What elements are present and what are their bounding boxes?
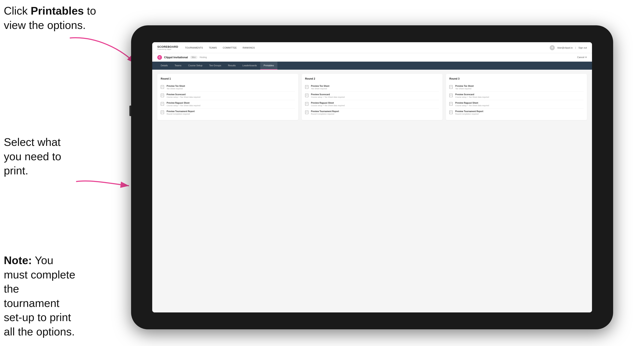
tee-sheet-icon (161, 85, 165, 90)
tab-teams[interactable]: Teams (171, 62, 185, 70)
arrow-middle-icon (70, 169, 135, 196)
svg-rect-6 (161, 94, 164, 97)
round-2-tournament-report-text: Preview Tournament Report Round Completi… (311, 110, 339, 115)
round2-tournament-report-icon (305, 110, 309, 115)
brand: SCOREBOARD Powered by clippd (157, 45, 178, 50)
round3-tee-sheet-icon (449, 85, 454, 90)
round-3-raguzzi-text: Preview Raguzzi Sheet Course setup + Tee… (455, 102, 489, 107)
round-3-tee-sheet-text: Preview Tee Sheet Tee Sheet required (455, 85, 474, 90)
round-3-scorecard[interactable]: Preview Scorecard Course setup + Tee She… (449, 92, 584, 100)
round-2-title: Round 2 (305, 77, 439, 80)
svg-rect-30 (305, 111, 308, 114)
tab-bar: Details Teams Course Setup Tee Groups Re… (152, 62, 592, 70)
tablet-device: SCOREBOARD Powered by clippd TOURNAMENTS… (131, 25, 613, 329)
round-3-tee-sheet[interactable]: Preview Tee Sheet Tee Sheet required (449, 83, 584, 92)
round-3-title: Round 3 (449, 77, 584, 80)
round3-raguzzi-icon (449, 102, 454, 107)
round-1-raguzzi-text: Preview Raguzzi Sheet Course setup + Tee… (166, 102, 200, 107)
top-nav: SCOREBOARD Powered by clippd TOURNAMENTS… (152, 42, 592, 53)
tournament-header: C Clippd Invitational Men Hosting Cancel… (152, 53, 592, 62)
tournament-report-icon (161, 110, 165, 115)
nav-rankings[interactable]: RANKINGS (243, 46, 255, 50)
arrow-top-icon (53, 32, 144, 70)
tournament-gender: Men (190, 56, 198, 59)
avatar: B (550, 45, 555, 50)
round-1-raguzzi[interactable]: Preview Raguzzi Sheet Course setup + Tee… (161, 100, 295, 109)
svg-rect-14 (161, 111, 164, 114)
brand-sub: Powered by clippd (157, 48, 178, 50)
annotation-top: Click Printables toview the options. (4, 4, 96, 32)
round-3-scorecard-text: Preview Scorecard Course setup + Tee She… (455, 93, 489, 98)
round3-scorecard-icon (449, 94, 454, 98)
round-3-raguzzi[interactable]: Preview Raguzzi Sheet Course setup + Tee… (449, 100, 584, 109)
round-1-tournament-report[interactable]: Preview Tournament Report Round Completi… (161, 109, 295, 117)
round3-tournament-report-icon (449, 110, 454, 115)
nav-teams[interactable]: TEAMS (209, 46, 217, 50)
svg-rect-18 (305, 85, 308, 89)
sign-out-link[interactable]: Sign out (578, 46, 587, 49)
svg-rect-2 (161, 85, 164, 89)
svg-rect-22 (305, 94, 308, 97)
tab-course-setup[interactable]: Course Setup (185, 62, 206, 70)
round-2-tee-sheet[interactable]: Preview Tee Sheet Tee Sheet required (305, 83, 439, 92)
svg-rect-10 (161, 102, 164, 106)
tournament-status: Hosting (200, 56, 207, 58)
svg-rect-26 (305, 102, 308, 106)
round2-tee-sheet-icon (305, 85, 309, 90)
round-1-tee-sheet[interactable]: Preview Tee Sheet Tee Sheet required (161, 83, 295, 92)
nav-committee[interactable]: COMMITTEE (223, 46, 237, 50)
svg-rect-46 (450, 111, 452, 114)
top-nav-right: B blair@clippd.io | Sign out (550, 45, 587, 50)
tab-tee-groups[interactable]: Tee Groups (206, 62, 224, 70)
round-1-column: Round 1 Preview Tee Sheet (157, 74, 298, 120)
round2-raguzzi-icon (305, 102, 309, 107)
top-nav-links: TOURNAMENTS TEAMS COMMITTEE RANKINGS (185, 46, 550, 50)
tournament-logo: C (157, 55, 162, 60)
tablet-screen: SCOREBOARD Powered by clippd TOURNAMENTS… (152, 42, 592, 313)
round-3-tournament-report-text: Preview Tournament Report Round Completi… (455, 110, 483, 115)
round-1-tournament-report-text: Preview Tournament Report Round Completi… (166, 110, 195, 115)
round2-scorecard-icon (305, 94, 309, 98)
round-1-title: Round 1 (161, 77, 295, 80)
annotation-bold: Printables (31, 5, 84, 17)
round-2-tee-sheet-text: Preview Tee Sheet Tee Sheet required (311, 85, 330, 90)
tournament-title: C Clippd Invitational Men Hosting (157, 55, 207, 60)
tournament-name: Clippd Invitational (164, 56, 188, 59)
svg-rect-42 (450, 102, 452, 106)
user-email: blair@clippd.io (557, 46, 572, 49)
scorecard-icon (161, 94, 165, 98)
round-1-tee-sheet-text: Preview Tee Sheet Tee Sheet required (166, 85, 185, 90)
tab-details[interactable]: Details (157, 62, 171, 70)
svg-rect-38 (450, 94, 452, 97)
round-3-tournament-report[interactable]: Preview Tournament Report Round Completi… (449, 109, 584, 117)
main-content: Round 1 Preview Tee Sheet (152, 70, 592, 313)
annotation-bottom: Note: You must complete the tournament s… (4, 253, 76, 339)
round-1-scorecard[interactable]: Preview Scorecard Course setup + Tee She… (161, 92, 295, 100)
rounds-grid: Round 1 Preview Tee Sheet (157, 74, 587, 120)
round-2-column: Round 2 Preview Tee Sheet (302, 74, 443, 120)
raguzzi-icon (161, 102, 165, 107)
cancel-button[interactable]: Cancel ✕ (577, 56, 587, 59)
round-3-column: Round 3 Preview Tee Sheet (446, 74, 587, 120)
round-2-tournament-report[interactable]: Preview Tournament Report Round Completi… (305, 109, 439, 117)
tab-leaderboards[interactable]: Leaderboards (239, 62, 260, 70)
annotation-middle: Select what you need to print. (4, 135, 72, 178)
round-1-scorecard-text: Preview Scorecard Course setup + Tee She… (166, 93, 200, 98)
tab-printables[interactable]: Printables (260, 62, 278, 70)
nav-tournaments[interactable]: TOURNAMENTS (185, 46, 203, 50)
round-2-raguzzi[interactable]: Preview Raguzzi Sheet Course setup + Tee… (305, 100, 439, 109)
tab-results[interactable]: Results (224, 62, 239, 70)
brand-title: SCOREBOARD (157, 45, 178, 48)
round-2-scorecard-text: Preview Scorecard Course setup + Tee She… (311, 93, 345, 98)
round-2-raguzzi-text: Preview Raguzzi Sheet Course setup + Tee… (311, 102, 345, 107)
svg-rect-34 (450, 85, 452, 89)
round-2-scorecard[interactable]: Preview Scorecard Course setup + Tee She… (305, 92, 439, 100)
